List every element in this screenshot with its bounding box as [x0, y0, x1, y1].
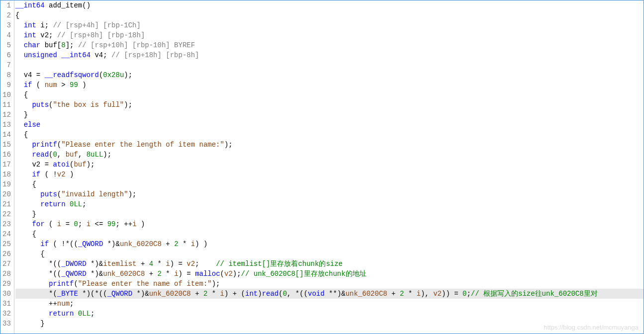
- token-op: , *((: [287, 290, 308, 298]
- token-op: *: [212, 290, 220, 298]
- token-num-green: 2: [400, 290, 408, 298]
- token-paren: (: [278, 290, 282, 298]
- code-line[interactable]: }: [15, 209, 644, 219]
- token-op: ;: [45, 21, 53, 29]
- code-line[interactable]: char buf[8]; // [rsp+10h] [rbp-10h] BYRE…: [15, 40, 644, 50]
- token-var: buf: [45, 41, 57, 49]
- token-op: ,: [57, 151, 66, 159]
- token-brown: v2: [57, 170, 70, 178]
- token-paren: {: [32, 230, 36, 238]
- token-paren: );: [224, 141, 233, 149]
- code-line[interactable]: {: [15, 90, 644, 100]
- line-number: 29: [2, 279, 11, 289]
- code-line[interactable]: *(_BYTE *)(*((_QWORD *)&unk_6020C8 + 2 *…: [15, 289, 644, 299]
- code-line[interactable]: printf("Please enter the name of item:")…: [15, 279, 644, 289]
- line-number: 25: [2, 239, 11, 249]
- token-brown: i: [174, 270, 178, 278]
- token-brown: itemlist: [103, 260, 141, 268]
- code-area[interactable]: __int64 add_item(){ int i; // [rsp+4h] […: [14, 0, 644, 334]
- token-op: ;: [49, 31, 57, 39]
- code-line[interactable]: return 0LL;: [15, 309, 644, 319]
- line-number: 24: [2, 229, 11, 239]
- code-line[interactable]: ++num;: [15, 299, 644, 309]
- line-number: 16: [2, 150, 11, 160]
- code-line[interactable]: [15, 60, 644, 70]
- code-line[interactable]: }: [15, 110, 644, 120]
- token-comment-green: // 根据写入的size往unk_6020C8里对: [471, 290, 598, 298]
- token-op: >: [61, 81, 70, 89]
- code-line[interactable]: {: [15, 179, 644, 189]
- token-ident-blue: malloc: [195, 270, 220, 278]
- code-line[interactable]: }: [15, 319, 644, 329]
- token-ident-blue: puts: [32, 101, 49, 109]
- code-line[interactable]: puts("the box is full");: [15, 100, 644, 110]
- token-paren: ) ): [195, 240, 207, 248]
- code-editor[interactable]: 1234567891011121314151617181920212223242…: [0, 0, 644, 334]
- token-op: *: [166, 270, 174, 278]
- code-line[interactable]: __int64 add_item(): [15, 0, 644, 10]
- token-brown: v2: [186, 260, 195, 268]
- token-num-green: 0: [74, 220, 78, 228]
- token-op: ;: [466, 290, 470, 298]
- line-number: 12: [2, 110, 11, 120]
- line-number: 2: [2, 10, 11, 20]
- line-number: 8: [2, 70, 11, 80]
- code-line[interactable]: if ( !*((_QWORD *)&unk_6020C8 + 2 * i) ): [15, 239, 644, 249]
- token-paren: (: [57, 190, 61, 198]
- token-op: *)&: [91, 260, 103, 268]
- token-paren: {: [24, 91, 28, 99]
- code-line[interactable]: unsigned __int64 v4; // [rsp+18h] [rbp-8…: [15, 50, 644, 60]
- token-brown: num: [57, 300, 70, 308]
- code-line[interactable]: if ( num > 99 ): [15, 80, 644, 90]
- code-line[interactable]: int v2; // [rsp+8h] [rbp-18h]: [15, 30, 644, 40]
- token-brown: "Please enter the length of item name:": [61, 141, 224, 149]
- token-op: +: [391, 290, 400, 298]
- code-line[interactable]: read(0, buf, 8uLL);: [15, 150, 644, 160]
- token-num-green: 8uLL: [87, 151, 103, 159]
- code-line[interactable]: puts("invaild length");: [15, 189, 644, 199]
- token-paren: {: [40, 250, 44, 258]
- token-brown: i: [132, 220, 141, 228]
- token-paren: );: [233, 270, 241, 278]
- token-paren: );: [124, 71, 132, 79]
- token-op: ;: [103, 51, 111, 59]
- code-line[interactable]: v4 = __readfsqword(0x28u);: [15, 70, 644, 80]
- code-line[interactable]: {: [15, 130, 644, 140]
- token-op: *)&: [91, 270, 103, 278]
- token-num-green: 2: [174, 240, 183, 248]
- token-ident-blue: __readfsqword: [45, 71, 99, 79]
- token-type: _BYTE: [57, 290, 82, 298]
- code-line[interactable]: if ( !v2 ): [15, 169, 644, 179]
- code-line[interactable]: int i; // [rsp+4h] [rbp-1Ch]: [15, 20, 644, 30]
- token-kw: if: [24, 81, 36, 89]
- token-op: ),: [421, 290, 433, 298]
- line-number: 13: [2, 120, 11, 130]
- token-num-green: 2: [203, 290, 212, 298]
- token-op: ,: [78, 151, 87, 159]
- token-comment: // [rsp+18h] [rbp-8h]: [111, 51, 199, 59]
- token-num-green: 99: [107, 220, 116, 228]
- code-line[interactable]: {: [15, 229, 644, 239]
- code-line[interactable]: *((_DWORD *)&itemlist + 4 * i) = v2; // …: [15, 259, 644, 269]
- code-line[interactable]: *((_QWORD *)&unk_6020C8 + 2 * i) = mallo…: [15, 269, 644, 279]
- line-number: 11: [2, 100, 11, 110]
- token-type: void: [308, 290, 329, 298]
- code-line[interactable]: return 0LL;: [15, 199, 644, 209]
- line-number: 32: [2, 309, 11, 319]
- code-line[interactable]: {: [15, 249, 644, 259]
- code-line[interactable]: for ( i = 0; i <= 99; ++i ): [15, 219, 644, 229]
- code-line[interactable]: else: [15, 120, 644, 130]
- token-comment: // [rsp+10h] [rbp-10h] BYREF: [78, 41, 195, 49]
- token-paren: ): [82, 81, 86, 89]
- token-op: ;: [82, 200, 86, 208]
- line-number: 7: [2, 60, 11, 70]
- token-ident-blue: atoi: [53, 161, 70, 168]
- code-line[interactable]: {: [15, 10, 644, 20]
- token-kw: return: [49, 310, 78, 318]
- token-brown: unk_6020C8: [346, 290, 391, 298]
- token-num-green: 0x28u: [103, 71, 124, 79]
- code-line[interactable]: printf("Please enter the length of item …: [15, 140, 644, 150]
- token-num-green: 0: [283, 290, 287, 298]
- code-line[interactable]: v2 = atoi(buf);: [15, 160, 644, 169]
- token-type: unsigned __int64: [24, 51, 95, 59]
